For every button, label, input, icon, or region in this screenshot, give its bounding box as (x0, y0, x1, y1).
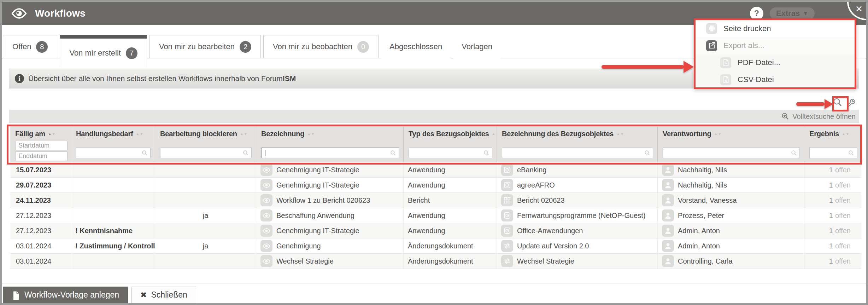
cell-object-name: Wechsel Strategie (497, 254, 658, 269)
cell-object-type: Anwendung (404, 162, 497, 177)
person-icon (662, 255, 674, 267)
close-button[interactable]: ✖ Schließen (131, 287, 196, 303)
tab-count-badge: 8 (36, 41, 48, 53)
application-icon (501, 209, 513, 221)
tab-von-mir-erstellt[interactable]: Von mir erstellt7 (60, 35, 147, 68)
workflow-eye-icon (260, 194, 272, 206)
filter-input-typ-des-bezugsobjektes[interactable] (409, 148, 492, 158)
tab-offen[interactable]: Offen8 (3, 35, 57, 58)
column-header-ergebnis: Ergebnis▲▼ (804, 126, 861, 162)
cell-result: 1offen (804, 162, 861, 177)
wrench-icon[interactable] (846, 98, 856, 108)
cell-object-type: Änderungsdokument (404, 238, 497, 253)
table-row[interactable]: 03.01.2024! Zustimmung / KontrollejaGene… (10, 238, 861, 254)
cell-editing-blocked (155, 162, 256, 177)
cell-workflow-name: Genehmigung IT-Strategie (256, 223, 404, 238)
cell-due-date: 24.11.2023 (10, 193, 71, 208)
tab-label: Von mir zu bearbeiten (159, 42, 235, 51)
tab-label: Von mir erstellt (69, 48, 121, 58)
cell-result: 1offen (804, 208, 861, 223)
cell-action-required: ! Kenntnisnahme (71, 223, 155, 238)
fulltext-search-toggle[interactable]: Volltextsuche öffnen (9, 110, 859, 123)
tab-abgeschlossen[interactable]: Abgeschlossen (381, 35, 451, 58)
sort-arrows-icon[interactable]: ▲▼ (307, 132, 315, 136)
column-label: Typ des Bezugsobjektes (409, 130, 489, 138)
column-header-fällig-am: Fällig am▲▼ (10, 126, 71, 162)
column-header-typ-des-bezugsobjektes: Typ des Bezugsobjektes▲▼ (404, 126, 497, 162)
sort-arrows-icon[interactable]: ▲▼ (714, 132, 722, 136)
cell-action-required (71, 178, 155, 192)
menu-item-csv-datei[interactable]: CSV-Datei (696, 71, 855, 87)
extras-button[interactable]: Extras ▼ (770, 7, 815, 19)
cell-action-required (71, 193, 155, 208)
menu-item-pdf-datei[interactable]: PDF-Datei... (696, 54, 855, 71)
table-body: 15.07.2023Genehmigung IT-StrategieAnwend… (10, 162, 861, 269)
magnifier-icon[interactable] (832, 97, 843, 108)
table-row[interactable]: 03.01.2024Wechsel StrategieÄnderungsdoku… (10, 254, 861, 269)
cell-editing-blocked (155, 223, 256, 238)
cell-workflow-name: Genehmigung IT-Strategie (256, 162, 404, 177)
column-label: Bezeichnung des Bezugsobjektes (502, 130, 614, 138)
tab-count-badge: 0 (357, 41, 369, 53)
sort-arrows-icon[interactable]: ▲▼ (240, 132, 248, 136)
sort-arrows-icon[interactable]: ▲▼ (136, 132, 143, 136)
chevron-down-icon: ▼ (803, 10, 808, 17)
input-magnifier-icon (644, 150, 651, 156)
column-label: Bearbeitung blockieren (160, 130, 237, 138)
menu-item-seite-drucken[interactable]: Seite drucken (696, 20, 855, 37)
filter-input-verantwortung[interactable] (663, 148, 800, 158)
tab-label: Von mir zu beobachten (273, 42, 352, 51)
tab-count-badge: 2 (240, 41, 251, 53)
input-magnifier-icon (848, 150, 855, 156)
cell-result: 1offen (804, 238, 861, 253)
tab-von-mir-zu-beobachten[interactable]: Von mir zu beobachten0 (263, 35, 379, 58)
cell-workflow-name: Beschaffung Anwendung (256, 208, 404, 223)
page-title: Workflows (35, 8, 86, 19)
table-row[interactable]: 24.11.2023Workflow 1 zu Bericht 020623Be… (10, 193, 861, 208)
tab-label: Offen (12, 42, 31, 51)
cell-editing-blocked (155, 193, 256, 208)
filter-input-enddatum[interactable] (15, 151, 68, 161)
csv-file-icon (720, 74, 731, 85)
cell-result: 1offen (804, 178, 861, 192)
input-magnifier-icon (483, 150, 490, 156)
tools-row (2, 96, 866, 110)
cell-object-type: Anwendung (404, 223, 497, 238)
filter-input-bezeichnung-des-bezugsobjektes[interactable] (502, 148, 653, 158)
cell-object-type: Anwendung (404, 178, 497, 192)
cell-due-date: 29.07.2023 (10, 178, 71, 192)
input-magnifier-icon (141, 150, 148, 156)
change-icon (501, 255, 513, 267)
filter-input-startdatum[interactable] (15, 141, 68, 150)
close-button-label: Schließen (151, 290, 187, 300)
input-magnifier-icon (242, 150, 249, 156)
cell-workflow-name: Genehmigung (256, 238, 404, 253)
sort-arrows-icon[interactable]: ▲▼ (616, 132, 624, 136)
text-caret (265, 150, 265, 156)
tab-von-mir-zu-bearbeiten[interactable]: Von mir zu bearbeiten2 (149, 35, 261, 58)
tab-vorlagen[interactable]: Vorlagen (453, 35, 501, 58)
table-row[interactable]: 29.07.2023Genehmigung IT-StrategieAnwend… (10, 178, 861, 193)
table-row[interactable]: 27.12.2023jaBeschaffung AnwendungAnwendu… (10, 208, 861, 223)
table-row[interactable]: 27.12.2023! KenntnisnahmeGenehmigung IT-… (10, 223, 861, 238)
sort-arrows-icon[interactable]: ▲▼ (842, 132, 850, 136)
filter-input-handlungsbedarf[interactable] (76, 148, 151, 158)
annotation-arrow-extras-menu (602, 65, 684, 69)
filter-input-bearbeitung-blockieren[interactable] (160, 148, 252, 158)
info-text: Übersicht über alle von Ihnen selbst ers… (28, 74, 296, 83)
cell-object-type: Bericht (404, 193, 497, 208)
create-workflow-template-button[interactable]: Workflow-Vorlage anlegen (3, 287, 128, 303)
table-row[interactable]: 15.07.2023Genehmigung IT-StrategieAnwend… (10, 162, 861, 178)
cell-action-required: ! Zustimmung / Kontrolle (71, 238, 155, 253)
cell-object-name: Update auf Version 2.0 (497, 238, 658, 253)
filter-input-bezeichnung[interactable] (261, 148, 399, 158)
menu-item-export-als[interactable]: Export als... (696, 37, 855, 54)
cell-responsible: Admin, Anton (658, 223, 804, 238)
workflow-eye-icon (260, 209, 272, 221)
cell-responsible: Vorstand, Vanessa (658, 193, 804, 208)
menu-item-label: PDF-Datei... (738, 58, 780, 67)
sort-arrows-icon[interactable]: ▲▼ (48, 132, 56, 136)
cell-object-name: Fernwartungsprogramme (NetOP-Guest) (497, 208, 658, 223)
cell-object-type: Änderungsdokument (404, 254, 497, 269)
cell-responsible: Prozess, Peter (658, 208, 804, 223)
